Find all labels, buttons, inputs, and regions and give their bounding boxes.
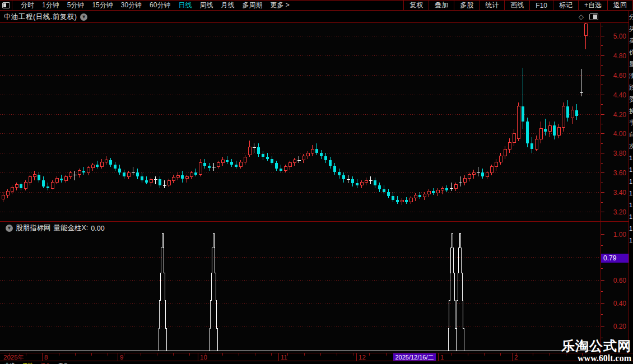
period-item-10[interactable]: 更多 > (266, 1, 293, 10)
timeline-axis[interactable]: 89101112122025年2025/12/16/二 (0, 353, 633, 361)
sliver-fragment: 业绩 (4, 362, 15, 364)
svg-text:8: 8 (44, 354, 48, 361)
tool-button-7[interactable]: +自选 (578, 1, 607, 10)
period-item-5[interactable]: 60分钟 (146, 1, 174, 10)
sliver-fragment: 资金 (40, 362, 50, 364)
period-item-0[interactable]: 分时 (17, 1, 38, 10)
strip-char: 次 (629, 141, 633, 152)
tool-button-3[interactable]: 统计 (479, 1, 504, 10)
strip-char: 1 (629, 199, 633, 211)
strip-char: 1 (629, 152, 633, 164)
toolbar-right: 复权叠加多股统计画线F10标记+自选返回 (403, 1, 633, 10)
svg-text:10: 10 (200, 354, 207, 361)
tool-button-6[interactable]: 标记 (553, 1, 578, 10)
strip-char: 跌 (629, 82, 633, 94)
indicator-panel[interactable]: ▼ 股朋指标网 量能金柱X: 0.00 0.200.400.601.000.79 (0, 221, 633, 353)
layout-toggle-button[interactable] (0, 1, 12, 10)
candlestick-chart[interactable]: 3.203.403.603.804.004.204.404.604.805.00 (0, 23, 633, 221)
timeline-svg: 89101112122025年2025/12/16/二 (0, 353, 633, 361)
strip-char: 委 (629, 94, 633, 105)
strip-char: 1 (629, 176, 633, 188)
svg-text:12: 12 (359, 354, 366, 361)
svg-text:0.20: 0.20 (613, 323, 627, 330)
window-icon[interactable] (589, 13, 598, 20)
strip-char: 涨 (629, 70, 633, 82)
period-menubar: 分时1分钟5分钟15分钟30分钟60分钟日线周线月线多周期更多 > 复权叠加多股… (0, 0, 633, 11)
period-item-3[interactable]: 15分钟 (88, 1, 117, 10)
svg-text:3.40: 3.40 (613, 189, 627, 197)
svg-text:2: 2 (514, 354, 518, 361)
svg-text:0.40: 0.40 (613, 300, 627, 307)
strip-char: 1 (629, 235, 633, 246)
sliver-fragment: 题材 (22, 362, 32, 364)
tool-button-2[interactable]: 多股 (454, 1, 479, 10)
strip-char: 卖 (629, 35, 633, 46)
strip-char: 1 (629, 223, 633, 235)
svg-text:9: 9 (120, 354, 123, 361)
strip-char: 自 (629, 129, 633, 141)
right-side-strip: 分买卖价量涨跌委换手自次11111111 (629, 11, 633, 353)
strip-char: 换 (629, 105, 633, 117)
layout-icon (2, 2, 10, 8)
diamond-icon[interactable]: ◇ (579, 13, 584, 21)
chevron-down-icon[interactable]: ▼ (80, 13, 87, 21)
indicator-line-value: 0.00 (91, 225, 104, 232)
tool-button-0[interactable]: 复权 (403, 1, 429, 10)
selected-date-badge: 2025/12/16/二 (395, 354, 434, 361)
svg-text:3.80: 3.80 (613, 150, 627, 157)
svg-text:5.00: 5.00 (613, 32, 627, 40)
period-item-4[interactable]: 30分钟 (117, 1, 146, 10)
svg-text:4.00: 4.00 (613, 130, 627, 138)
svg-text:0.60: 0.60 (613, 277, 627, 284)
period-item-9[interactable]: 多周期 (238, 1, 266, 10)
strip-char: 1 (629, 188, 633, 199)
svg-text:2025年: 2025年 (3, 354, 24, 361)
period-item-7[interactable]: 周线 (196, 1, 217, 10)
strip-char: 量 (629, 58, 633, 70)
svg-text:4.80: 4.80 (613, 52, 627, 60)
svg-text:4.20: 4.20 (613, 111, 627, 119)
period-item-2[interactable]: 5分钟 (63, 1, 89, 10)
svg-text:4.40: 4.40 (613, 91, 627, 99)
strip-char: 买 (629, 23, 633, 35)
svg-text:0.79: 0.79 (603, 254, 617, 262)
svg-text:3.20: 3.20 (613, 208, 627, 216)
tool-button-1[interactable]: 叠加 (429, 1, 454, 10)
strip-char: 价 (629, 46, 633, 58)
bottom-status-sliver: 业绩题材资金更多 (0, 362, 633, 364)
strip-char: 手 (629, 117, 633, 129)
strip-char: 分 (629, 11, 633, 23)
svg-text:11: 11 (281, 354, 287, 361)
strip-char: 1 (629, 164, 633, 176)
tool-button-5[interactable]: F10 (529, 1, 553, 10)
app-window: 分时1分钟5分钟15分钟30分钟60分钟日线周线月线多周期更多 > 复权叠加多股… (0, 0, 633, 364)
indicator-source: 股朋指标网 (16, 223, 51, 233)
period-item-1[interactable]: 1分钟 (38, 1, 63, 10)
stock-title[interactable]: 中油工程(日线.前复权) (4, 12, 77, 22)
sliver-fragment: 更多 (58, 362, 68, 364)
indicator-chart[interactable]: 0.200.400.601.000.79 (0, 222, 633, 353)
main-chart-panel[interactable]: 3.203.403.603.804.004.204.404.604.805.00 (0, 22, 633, 221)
period-item-6[interactable]: 日线 (174, 1, 196, 10)
svg-text:4.60: 4.60 (613, 72, 627, 80)
svg-text:1: 1 (440, 354, 444, 361)
svg-text:3.60: 3.60 (613, 169, 627, 177)
period-menu: 分时1分钟5分钟15分钟30分钟60分钟日线周线月线多周期更多 > (17, 1, 294, 10)
indicator-line-label: 量能金柱X: (54, 223, 89, 233)
title-bar: 中油工程(日线.前复权) ▼ ◇ (0, 11, 633, 22)
tool-button-8[interactable]: 返回 (607, 1, 633, 10)
strip-char: 1 (629, 211, 633, 223)
chevron-down-icon[interactable]: ▼ (6, 225, 13, 232)
period-item-8[interactable]: 月线 (217, 1, 238, 10)
svg-text:1.00: 1.00 (613, 231, 627, 239)
indicator-header: ▼ 股朋指标网 量能金柱X: 0.00 (2, 223, 105, 233)
tool-button-4[interactable]: 画线 (504, 1, 529, 10)
